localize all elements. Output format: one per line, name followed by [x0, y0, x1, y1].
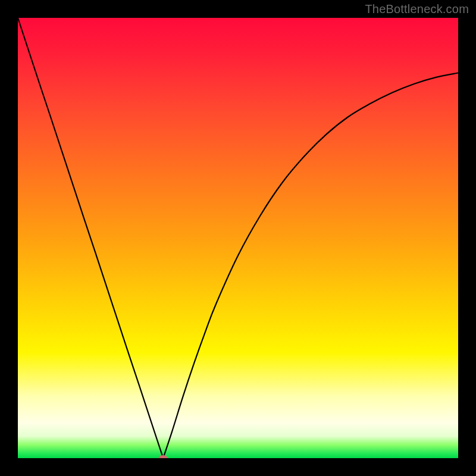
curve-path — [18, 18, 458, 458]
bottleneck-curve — [18, 18, 458, 458]
optimal-point-marker — [159, 455, 168, 458]
plot-area — [18, 18, 458, 458]
chart-container: TheBottleneck.com — [0, 0, 476, 476]
watermark-text: TheBottleneck.com — [365, 2, 469, 16]
